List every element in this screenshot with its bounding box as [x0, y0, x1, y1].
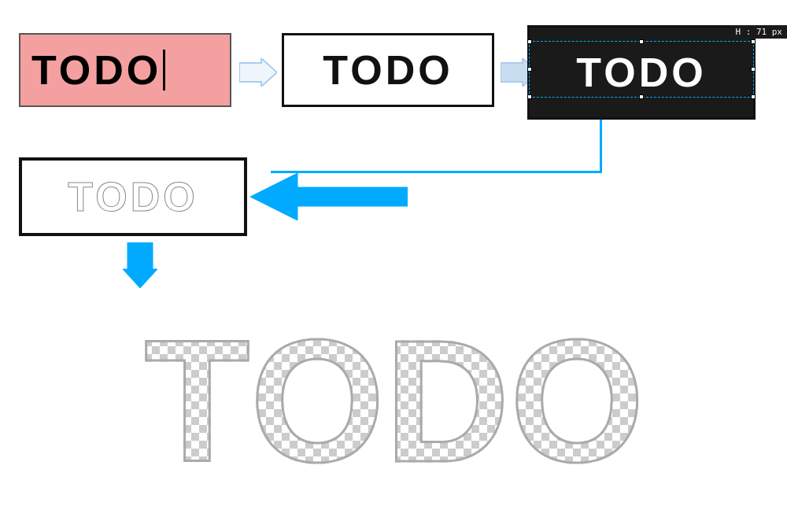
step3-text: TODO: [576, 49, 706, 96]
svg-marker-3: [123, 242, 157, 288]
step2-text: TODO: [323, 46, 453, 94]
large-letter-O2: O: [510, 315, 645, 488]
connector-vertical: [600, 120, 602, 173]
step3-dark-box: TODO: [527, 25, 756, 120]
svg-marker-2: [250, 173, 408, 220]
step4-text: TODO: [68, 173, 198, 220]
arrow-down-icon: [123, 242, 157, 288]
step1-text: TODO: [31, 46, 161, 94]
text-cursor: [163, 50, 165, 91]
large-letter-T: T: [144, 315, 249, 488]
svg-marker-0: [239, 58, 277, 87]
arrow-right-1-icon: [239, 58, 277, 87]
arrow-left-icon: [250, 173, 408, 220]
step2-text-box: TODO: [282, 33, 494, 107]
large-letter-O1: O: [250, 315, 385, 488]
step1-input-box: TODO: [19, 33, 231, 107]
height-label: H : 71 px: [730, 25, 787, 39]
step4-outline-box: TODO: [19, 157, 247, 236]
large-todo-display: T O D O: [13, 291, 776, 512]
large-letter-D: D: [385, 315, 510, 488]
